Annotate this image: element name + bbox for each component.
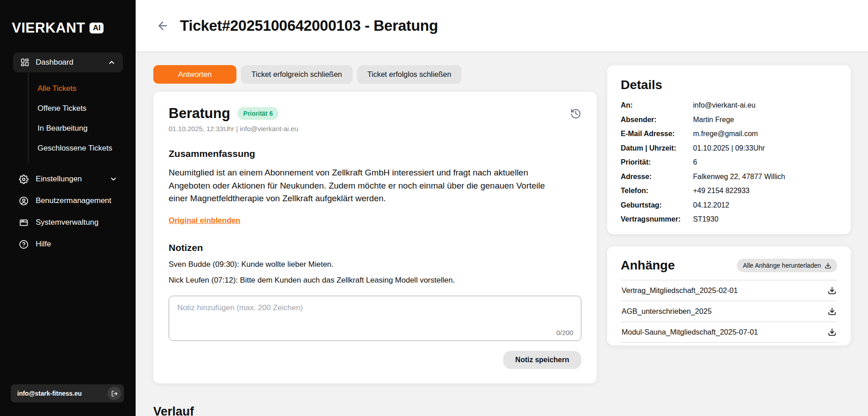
- detail-row: E-Mail Adresse: m.frege@gmail.com: [621, 130, 837, 138]
- detail-row: Telefon: +49 2154 822933: [621, 187, 837, 195]
- content-area: Antworten Ticket erfolgreich schließen T…: [136, 51, 868, 416]
- detail-label: Vertragsnummer:: [621, 215, 693, 223]
- user-account-bar: info@stark-fitness.eu: [11, 384, 124, 402]
- download-icon: [828, 307, 836, 316]
- download-icon: [828, 328, 836, 336]
- brand-logo: VIERKANT AI: [12, 20, 124, 36]
- history-section-heading: Verlauf: [153, 405, 597, 416]
- help-circle-icon: [19, 240, 28, 249]
- sidebar-item-systemverwaltung[interactable]: Systemverwaltung: [0, 212, 136, 233]
- detail-row: An: info@vierkant-ai.eu: [621, 101, 837, 109]
- detail-value: 04.12.2012: [693, 201, 729, 209]
- download-all-label: Alle Anhänge herunterladen: [743, 262, 821, 269]
- detail-label: An:: [621, 101, 693, 109]
- sidebar-item-hilfe[interactable]: Hilfe: [0, 233, 136, 255]
- close-fail-button[interactable]: Ticket erfolglos schließen: [357, 65, 462, 84]
- detail-value: Martin Frege: [693, 116, 734, 124]
- ticket-title: Beratung: [169, 105, 230, 122]
- detail-value: ST1930: [693, 215, 718, 223]
- detail-label: Datum | Uhrzeit:: [621, 144, 693, 152]
- note-char-counter: 0/200: [556, 329, 573, 336]
- reply-button[interactable]: Antworten: [153, 65, 236, 84]
- details-column: Details An: info@vierkant-ai.eu Absender…: [607, 65, 851, 416]
- note-entry: Sven Budde (09:30): Kunde wollte lieber …: [169, 260, 581, 269]
- attachment-name: Vertrag_Mitgliedschaft_2025-02-01: [622, 286, 738, 295]
- note-entry: Nick Leufen (07:12): Bitte dem Kunden au…: [169, 276, 581, 285]
- arrow-left-icon: [156, 19, 169, 32]
- note-input-wrapper: 0/200: [169, 296, 581, 343]
- gear-icon: [19, 175, 28, 184]
- attachment-row: Vertrag_Mitgliedschaft_2025-02-01: [621, 280, 837, 301]
- note-input[interactable]: [169, 296, 581, 341]
- history-icon[interactable]: [570, 108, 581, 119]
- detail-label: Telefon:: [621, 187, 693, 195]
- detail-row: Adresse: Falkenweg 22, 47877 Willich: [621, 173, 837, 181]
- sidebar-item-label: Hilfe: [36, 240, 51, 249]
- ticket-card: Beratung Priorität 6 01.10.2025, 12:33Uh…: [153, 92, 597, 383]
- page-title: Ticket#2025100642000103 - Beratung: [180, 17, 438, 34]
- sidebar-item-offene-tickets[interactable]: Offene Tickets: [28, 99, 136, 118]
- priority-badge: Priorität 6: [237, 107, 278, 120]
- detail-row: Priorität: 6: [621, 158, 837, 166]
- attachments-heading: Anhänge: [621, 258, 675, 273]
- detail-label: E-Mail Adresse:: [621, 130, 693, 138]
- download-all-button[interactable]: Alle Anhänge herunterladen: [737, 259, 837, 272]
- sidebar-item-label: Benutzermanagement: [36, 196, 111, 205]
- detail-value: +49 2154 822933: [693, 187, 750, 195]
- detail-value: m.frege@gmail.com: [693, 130, 758, 138]
- download-file-button[interactable]: [828, 286, 836, 295]
- page-header: Ticket#2025100642000103 - Beratung: [136, 0, 868, 51]
- main-area: Ticket#2025100642000103 - Beratung Antwo…: [136, 0, 868, 416]
- detail-value: Falkenweg 22, 47877 Willich: [693, 173, 785, 181]
- detail-label: Absender:: [621, 116, 693, 124]
- detail-label: Adresse:: [621, 173, 693, 181]
- sidebar-item-einstellungen[interactable]: Einstellungen: [0, 168, 136, 190]
- summary-heading: Zusammenfassung: [169, 148, 581, 159]
- attachment-row: AGB_unterschrieben_2025: [621, 301, 837, 322]
- download-file-button[interactable]: [828, 307, 836, 316]
- logout-button[interactable]: [108, 387, 121, 400]
- detail-value: info@vierkant-ai.eu: [693, 101, 755, 109]
- sidebar-item-in-bearbeitung[interactable]: In Bearbeitung: [28, 118, 136, 138]
- detail-row: Datum | Uhrzeit: 01.10.2025 | 09:33Uhr: [621, 144, 837, 152]
- details-card: Details An: info@vierkant-ai.eu Absender…: [607, 65, 851, 234]
- summary-text: Neumitglied ist an einem Abonnement von …: [169, 166, 554, 205]
- attachments-card: Anhänge Alle Anhänge herunterladen Vertr…: [607, 246, 851, 345]
- attachment-name: AGB_unterschrieben_2025: [622, 307, 712, 316]
- sidebar-item-benutzermanagement[interactable]: Benutzermanagement: [0, 190, 136, 212]
- sidebar-item-label: Systemverwaltung: [36, 218, 99, 227]
- download-icon: [828, 286, 836, 295]
- brand-ai-badge: AI: [90, 23, 104, 33]
- back-button[interactable]: [156, 19, 169, 32]
- sidebar-item-alle-tickets[interactable]: Alle Tickets: [28, 79, 136, 99]
- details-heading: Details: [621, 78, 837, 92]
- detail-row: Absender: Martin Frege: [621, 116, 837, 124]
- sidebar-item-label: Dashboard: [36, 58, 73, 67]
- sidebar-item-dashboard[interactable]: Dashboard: [13, 52, 123, 72]
- brand-name: VIERKANT: [12, 20, 85, 36]
- attachment-row: Modul-Sauna_Mitgliedschaft_2025-07-01: [621, 322, 837, 343]
- detail-label: Geburtstag:: [621, 201, 693, 209]
- detail-value: 6: [693, 158, 697, 166]
- detail-row: Geburtstag: 04.12.2012: [621, 201, 837, 209]
- attachment-name: Modul-Sauna_Mitgliedschaft_2025-07-01: [622, 328, 758, 336]
- close-success-button[interactable]: Ticket erfolgreich schließen: [241, 65, 352, 84]
- save-note-button[interactable]: Notiz speichern: [503, 351, 581, 369]
- system-panel-icon: [19, 218, 28, 227]
- detail-label: Priorität:: [621, 158, 693, 166]
- dashboard-grid-icon: [20, 58, 29, 67]
- logout-icon: [111, 390, 118, 397]
- download-icon: [825, 262, 831, 269]
- show-original-link[interactable]: Original einblenden: [169, 216, 241, 225]
- user-email: info@stark-fitness.eu: [17, 390, 82, 397]
- ticket-meta: 01.10.2025, 12:33Uhr | info@vierkant-ai.…: [169, 125, 581, 132]
- ticket-actions: Antworten Ticket erfolgreich schließen T…: [153, 65, 597, 84]
- sidebar-item-geschlossene-tickets[interactable]: Geschlossene Tickets: [28, 138, 136, 158]
- sidebar: VIERKANT AI Dashboard Alle Tickets Offen…: [0, 0, 136, 416]
- chevron-up-icon: [108, 58, 116, 66]
- chevron-down-icon: [109, 175, 118, 183]
- notes-heading: Notizen: [169, 242, 581, 253]
- user-circle-icon: [19, 196, 28, 206]
- sidebar-item-label: Einstellungen: [36, 175, 82, 184]
- download-file-button[interactable]: [828, 328, 836, 336]
